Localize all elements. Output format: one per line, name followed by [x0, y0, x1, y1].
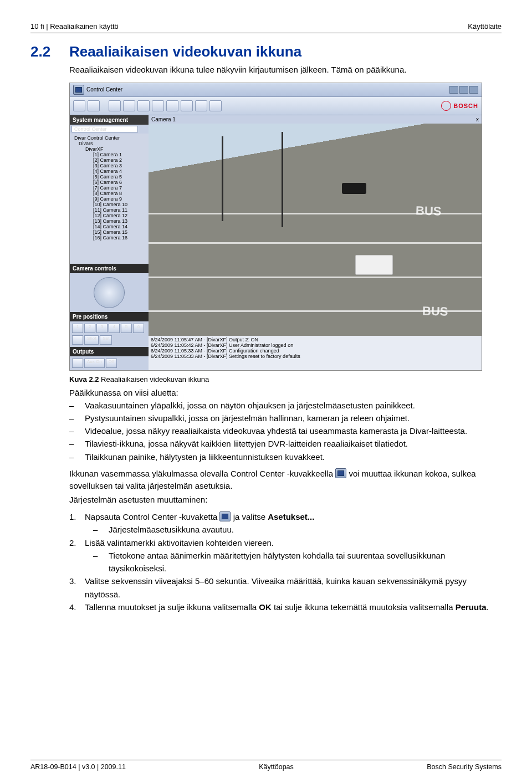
tree-camera[interactable]: [11] Camera 11 — [71, 207, 147, 213]
output-select[interactable] — [72, 359, 83, 368]
left-sidebar: System management Control Center Divar C… — [70, 115, 149, 370]
video-feed[interactable]: BUS BUS — [149, 124, 482, 336]
control-center-para: Ikkunan vasemmassa yläkulmassa olevalla … — [69, 468, 502, 492]
log-line: 6/24/2009 11:05:33 AM - [DivarXF] Settin… — [151, 354, 479, 359]
tree-camera[interactable]: [9] Camera 9 — [71, 196, 147, 202]
toolbar-button[interactable] — [152, 100, 164, 111]
header-right: Käyttölaite — [468, 22, 502, 30]
tree-camera[interactable]: [6] Camera 6 — [71, 180, 147, 185]
log-line: 6/24/2009 11:05:42 AM - [DivarXF] User A… — [151, 342, 479, 348]
control-center-icon — [335, 468, 346, 478]
camera-controls-label: Camera controls — [70, 264, 149, 273]
settings-header: Järjestelmän asetusten muuttaminen: — [69, 494, 502, 506]
tree-node[interactable]: DivarXF — [71, 146, 147, 152]
bosch-icon — [441, 101, 451, 111]
pre-positions-label: Pre positions — [70, 312, 149, 321]
tree-camera[interactable]: [14] Camera 14 — [71, 224, 147, 229]
section-heading: 2.2 Reaaliaikaisen videokuvan ikkuna — [30, 43, 502, 60]
bosch-text: BOSCH — [453, 103, 478, 109]
header-left: 10 fi | Reaaliaikainen käyttö — [30, 22, 119, 30]
footer-right: Bosch Security Systems — [427, 763, 502, 771]
tree-camera[interactable]: [4] Camera 4 — [71, 168, 147, 174]
tree-camera[interactable]: [13] Camera 13 — [71, 218, 147, 224]
footer-center: Käyttöopas — [259, 763, 294, 771]
page-header: 10 fi | Reaaliaikainen käyttö Käyttölait… — [30, 22, 502, 33]
step-1: Napsauta Control Center -kuvaketta ja va… — [85, 510, 314, 523]
tree-camera[interactable]: [12] Camera 12 — [71, 213, 147, 218]
preset-button[interactable]: 5 — [121, 324, 132, 333]
ptz-joystick[interactable] — [94, 277, 125, 308]
tree-node[interactable]: Divar Control Center — [71, 135, 147, 141]
log-line: 6/24/2009 11:05:47 AM - [DivarXF] Output… — [151, 337, 479, 342]
footer-left: AR18-09-B014 | v3.0 | 2009.11 — [30, 763, 126, 771]
log-line: 6/24/2009 11:05:33 AM - [DivarXF] Config… — [151, 348, 479, 354]
intro-paragraph: Reaaliaikaisen videokuvan ikkuna tulee n… — [69, 64, 502, 76]
toolbar-button[interactable] — [195, 100, 207, 111]
control-center-icon[interactable] — [73, 85, 84, 95]
shot-button[interactable]: Shot — [84, 335, 99, 345]
preset-button[interactable]: 2 — [84, 324, 95, 333]
off-button[interactable]: Off — [106, 359, 117, 368]
tree-camera[interactable]: [7] Camera 7 — [71, 185, 147, 191]
preset-button[interactable]: 1 — [72, 324, 83, 333]
bullet: Pystysuuntainen sivupalkki, jossa on jär… — [85, 412, 410, 424]
step-2-sub: Tietokone antaa äänimerkin määritettyjen… — [109, 549, 502, 575]
preset-button[interactable]: 3 — [96, 324, 108, 333]
camera-tree[interactable]: Divar Control Center Divars DivarXF [1] … — [70, 134, 149, 264]
toolbar-button[interactable] — [137, 100, 150, 111]
preset-button[interactable]: 6 — [133, 324, 144, 333]
tree-camera[interactable]: [15] Camera 15 — [71, 229, 147, 235]
bullet: Tilaviesti-ikkuna, jossa näkyvät kaikkie… — [85, 437, 408, 450]
toolbar-button[interactable] — [73, 100, 85, 111]
page-footer: AR18-09-B014 | v3.0 | 2009.11 Käyttöopas… — [30, 760, 502, 771]
toolbar-button[interactable] — [109, 100, 121, 111]
step-3: Valitse sekvenssin viiveajaksi 5–60 seku… — [85, 575, 502, 601]
toolbar-button[interactable] — [166, 100, 178, 111]
step-4: Tallenna muutokset ja sulje ikkuna valit… — [85, 601, 489, 613]
outputs-label: Outputs — [70, 347, 149, 356]
set-button[interactable]: Set — [100, 335, 112, 345]
tree-camera[interactable]: [1] Camera 1 — [71, 152, 147, 157]
minimize-button[interactable] — [449, 86, 458, 94]
tree-camera[interactable]: [10] Camera 10 — [71, 202, 147, 207]
close-button[interactable] — [469, 86, 478, 94]
status-log: 6/24/2009 11:05:47 AM - [DivarXF] Output… — [149, 336, 482, 370]
aux-on-button[interactable]: Aux On — [84, 359, 105, 368]
tree-camera[interactable]: [5] Camera 5 — [71, 174, 147, 180]
tree-node[interactable]: Divars — [71, 141, 147, 146]
system-combo[interactable]: Control Center — [71, 126, 138, 132]
tree-camera[interactable]: [16] Camera 16 — [71, 235, 147, 240]
ptz-panel — [70, 273, 149, 312]
camera-close-icon[interactable]: x — [476, 116, 479, 122]
system-management-label: System management — [70, 115, 149, 125]
figure-label: Kuva 2.2 — [69, 375, 99, 383]
paaikkuna-text: Pääikkunassa on viisi aluetta: — [69, 387, 502, 399]
brand-logo: BOSCH — [441, 101, 478, 111]
figure-caption-text: Reaaliaikaisen videokuvan ikkuna — [101, 375, 209, 383]
tree-camera[interactable]: [8] Camera 8 — [71, 191, 147, 196]
toolbar-button[interactable] — [123, 100, 135, 111]
bullet: Tilaikkunan painike, hälytysten ja liikk… — [85, 451, 325, 463]
bullet: Videoalue, jossa näkyy reaaliaikaista vi… — [85, 424, 467, 437]
preset-button[interactable]: 4 — [109, 324, 120, 333]
app-screenshot: Control Center — [69, 83, 482, 371]
preset-panel: 1 2 3 4 5 6 Shot Set — [70, 321, 149, 347]
road-marking: BUS — [422, 304, 448, 319]
toolbar-button[interactable] — [88, 100, 100, 111]
numbered-steps: 1. Napsauta Control Center -kuvaketta ja… — [69, 510, 502, 613]
camera-header: Camera 1 x — [149, 115, 482, 124]
outputs-panel: Aux On Off — [70, 356, 149, 370]
bullet-list: –Vaakasuuntainen yläpalkki, jossa on näy… — [69, 399, 502, 463]
tree-camera[interactable]: [2] Camera 2 — [71, 157, 147, 163]
figure-caption: Kuva 2.2 Reaaliaikaisen videokuvan ikkun… — [69, 375, 502, 383]
toolbar-button[interactable] — [181, 100, 193, 111]
toolbar-button[interactable] — [209, 100, 222, 111]
maximize-button[interactable] — [459, 86, 468, 94]
preset-select[interactable] — [72, 335, 83, 345]
window-titlebar: Control Center — [70, 83, 482, 97]
step-2: Lisää valintamerkki aktivoitavien kohtei… — [85, 536, 274, 549]
camera-title: Camera 1 — [151, 116, 176, 122]
tree-camera[interactable]: [3] Camera 3 — [71, 163, 147, 168]
window-title: Control Center — [86, 86, 122, 93]
control-center-icon — [219, 511, 231, 521]
